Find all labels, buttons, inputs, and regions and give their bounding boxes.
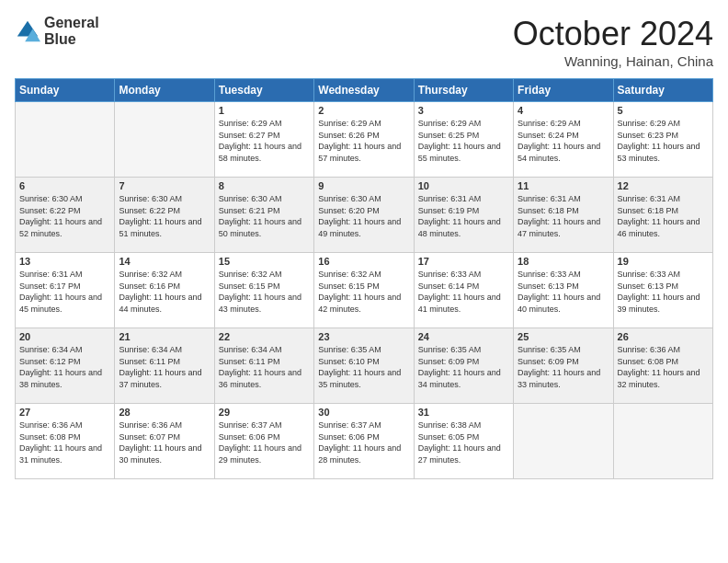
calendar-week-row: 1Sunrise: 6:29 AM Sunset: 6:27 PM Daylig…: [16, 102, 713, 178]
day-info: Sunrise: 6:29 AM Sunset: 6:25 PM Dayligh…: [418, 118, 509, 164]
day-info: Sunrise: 6:30 AM Sunset: 6:22 PM Dayligh…: [19, 193, 110, 239]
logo-line1: General: [44, 15, 99, 31]
calendar-cell: 7Sunrise: 6:30 AM Sunset: 6:22 PM Daylig…: [115, 178, 214, 253]
calendar-cell: 23Sunrise: 6:35 AM Sunset: 6:10 PM Dayli…: [314, 328, 414, 404]
calendar-cell: 11Sunrise: 6:31 AM Sunset: 6:18 PM Dayli…: [514, 178, 613, 253]
header: General Blue October 2024 Wanning, Haina…: [15, 15, 713, 69]
calendar-cell: 19Sunrise: 6:33 AM Sunset: 6:13 PM Dayli…: [613, 253, 712, 328]
calendar-week-row: 13Sunrise: 6:31 AM Sunset: 6:17 PM Dayli…: [16, 253, 713, 328]
day-number: 6: [19, 180, 110, 191]
day-number: 4: [518, 105, 609, 116]
calendar-header-tuesday: Tuesday: [214, 79, 313, 102]
day-number: 30: [318, 407, 409, 418]
title-block: October 2024 Wanning, Hainan, China: [513, 15, 713, 69]
day-number: 8: [219, 180, 310, 191]
calendar-header-thursday: Thursday: [414, 79, 513, 102]
day-info: Sunrise: 6:36 AM Sunset: 6:07 PM Dayligh…: [119, 419, 210, 465]
day-number: 12: [618, 180, 709, 191]
day-info: Sunrise: 6:34 AM Sunset: 6:12 PM Dayligh…: [19, 344, 110, 390]
day-info: Sunrise: 6:34 AM Sunset: 6:11 PM Dayligh…: [219, 344, 310, 390]
day-number: 20: [19, 331, 110, 342]
day-info: Sunrise: 6:30 AM Sunset: 6:21 PM Dayligh…: [219, 193, 310, 239]
calendar-cell: 26Sunrise: 6:36 AM Sunset: 6:08 PM Dayli…: [613, 328, 712, 404]
calendar-header-monday: Monday: [115, 79, 214, 102]
day-number: 9: [318, 180, 409, 191]
day-info: Sunrise: 6:31 AM Sunset: 6:19 PM Dayligh…: [418, 193, 509, 239]
day-info: Sunrise: 6:35 AM Sunset: 6:09 PM Dayligh…: [418, 344, 509, 390]
calendar-cell: 5Sunrise: 6:29 AM Sunset: 6:23 PM Daylig…: [613, 102, 712, 178]
calendar-cell: 29Sunrise: 6:37 AM Sunset: 6:06 PM Dayli…: [214, 404, 313, 479]
day-info: Sunrise: 6:35 AM Sunset: 6:09 PM Dayligh…: [518, 344, 609, 390]
day-number: 3: [418, 105, 509, 116]
day-info: Sunrise: 6:38 AM Sunset: 6:05 PM Dayligh…: [418, 419, 509, 465]
calendar-cell: 15Sunrise: 6:32 AM Sunset: 6:15 PM Dayli…: [214, 253, 313, 328]
day-info: Sunrise: 6:29 AM Sunset: 6:27 PM Dayligh…: [219, 118, 310, 164]
calendar-cell: 18Sunrise: 6:33 AM Sunset: 6:13 PM Dayli…: [514, 253, 613, 328]
logo-text: General Blue: [44, 15, 99, 47]
day-info: Sunrise: 6:36 AM Sunset: 6:08 PM Dayligh…: [19, 419, 110, 465]
day-info: Sunrise: 6:31 AM Sunset: 6:18 PM Dayligh…: [618, 193, 709, 239]
day-number: 28: [119, 407, 210, 418]
day-number: 11: [518, 180, 609, 191]
calendar-cell: 4Sunrise: 6:29 AM Sunset: 6:24 PM Daylig…: [514, 102, 613, 178]
calendar-cell: 20Sunrise: 6:34 AM Sunset: 6:12 PM Dayli…: [16, 328, 115, 404]
day-number: 13: [19, 256, 110, 267]
calendar-cell: [514, 404, 613, 479]
calendar-cell: 8Sunrise: 6:30 AM Sunset: 6:21 PM Daylig…: [214, 178, 313, 253]
day-number: 19: [618, 256, 709, 267]
day-info: Sunrise: 6:29 AM Sunset: 6:26 PM Dayligh…: [318, 118, 409, 164]
day-number: 1: [219, 105, 310, 116]
calendar-cell: 14Sunrise: 6:32 AM Sunset: 6:16 PM Dayli…: [115, 253, 214, 328]
day-info: Sunrise: 6:32 AM Sunset: 6:16 PM Dayligh…: [119, 269, 210, 315]
calendar-cell: [16, 102, 115, 178]
day-info: Sunrise: 6:33 AM Sunset: 6:13 PM Dayligh…: [518, 269, 609, 315]
day-info: Sunrise: 6:31 AM Sunset: 6:18 PM Dayligh…: [518, 193, 609, 239]
calendar-header-saturday: Saturday: [613, 79, 712, 102]
calendar-week-row: 6Sunrise: 6:30 AM Sunset: 6:22 PM Daylig…: [16, 178, 713, 253]
calendar-cell: 31Sunrise: 6:38 AM Sunset: 6:05 PM Dayli…: [414, 404, 513, 479]
day-number: 21: [119, 331, 210, 342]
calendar-cell: [613, 404, 712, 479]
day-number: 31: [418, 407, 509, 418]
day-number: 23: [318, 331, 409, 342]
calendar-week-row: 20Sunrise: 6:34 AM Sunset: 6:12 PM Dayli…: [16, 328, 713, 404]
day-info: Sunrise: 6:33 AM Sunset: 6:14 PM Dayligh…: [418, 269, 509, 315]
calendar-header-wednesday: Wednesday: [314, 79, 414, 102]
calendar-header-friday: Friday: [514, 79, 613, 102]
day-number: 24: [418, 331, 509, 342]
calendar-week-row: 27Sunrise: 6:36 AM Sunset: 6:08 PM Dayli…: [16, 404, 713, 479]
day-number: 29: [219, 407, 310, 418]
day-number: 7: [119, 180, 210, 191]
day-number: 10: [418, 180, 509, 191]
day-info: Sunrise: 6:30 AM Sunset: 6:22 PM Dayligh…: [119, 193, 210, 239]
location-subtitle: Wanning, Hainan, China: [513, 53, 713, 69]
day-info: Sunrise: 6:31 AM Sunset: 6:17 PM Dayligh…: [19, 269, 110, 315]
day-number: 17: [418, 256, 509, 267]
calendar-cell: 16Sunrise: 6:32 AM Sunset: 6:15 PM Dayli…: [314, 253, 414, 328]
day-info: Sunrise: 6:30 AM Sunset: 6:20 PM Dayligh…: [318, 193, 409, 239]
day-info: Sunrise: 6:34 AM Sunset: 6:11 PM Dayligh…: [119, 344, 210, 390]
day-number: 14: [119, 256, 210, 267]
calendar-cell: 28Sunrise: 6:36 AM Sunset: 6:07 PM Dayli…: [115, 404, 214, 479]
day-info: Sunrise: 6:36 AM Sunset: 6:08 PM Dayligh…: [618, 344, 709, 390]
logo-icon: [15, 18, 40, 44]
calendar-cell: 2Sunrise: 6:29 AM Sunset: 6:26 PM Daylig…: [314, 102, 414, 178]
month-title: October 2024: [513, 15, 713, 53]
day-info: Sunrise: 6:37 AM Sunset: 6:06 PM Dayligh…: [318, 419, 409, 465]
day-info: Sunrise: 6:29 AM Sunset: 6:23 PM Dayligh…: [618, 118, 709, 164]
calendar-cell: 13Sunrise: 6:31 AM Sunset: 6:17 PM Dayli…: [16, 253, 115, 328]
day-info: Sunrise: 6:32 AM Sunset: 6:15 PM Dayligh…: [318, 269, 409, 315]
calendar-cell: 30Sunrise: 6:37 AM Sunset: 6:06 PM Dayli…: [314, 404, 414, 479]
day-number: 2: [318, 105, 409, 116]
day-number: 5: [618, 105, 709, 116]
calendar-header-sunday: Sunday: [16, 79, 115, 102]
day-number: 22: [219, 331, 310, 342]
calendar-cell: 12Sunrise: 6:31 AM Sunset: 6:18 PM Dayli…: [613, 178, 712, 253]
day-number: 16: [318, 256, 409, 267]
day-number: 27: [19, 407, 110, 418]
page: General Blue October 2024 Wanning, Haina…: [0, 0, 728, 563]
day-info: Sunrise: 6:37 AM Sunset: 6:06 PM Dayligh…: [219, 419, 310, 465]
calendar-cell: 10Sunrise: 6:31 AM Sunset: 6:19 PM Dayli…: [414, 178, 513, 253]
logo-line2: Blue: [44, 31, 99, 48]
calendar-cell: 17Sunrise: 6:33 AM Sunset: 6:14 PM Dayli…: [414, 253, 513, 328]
